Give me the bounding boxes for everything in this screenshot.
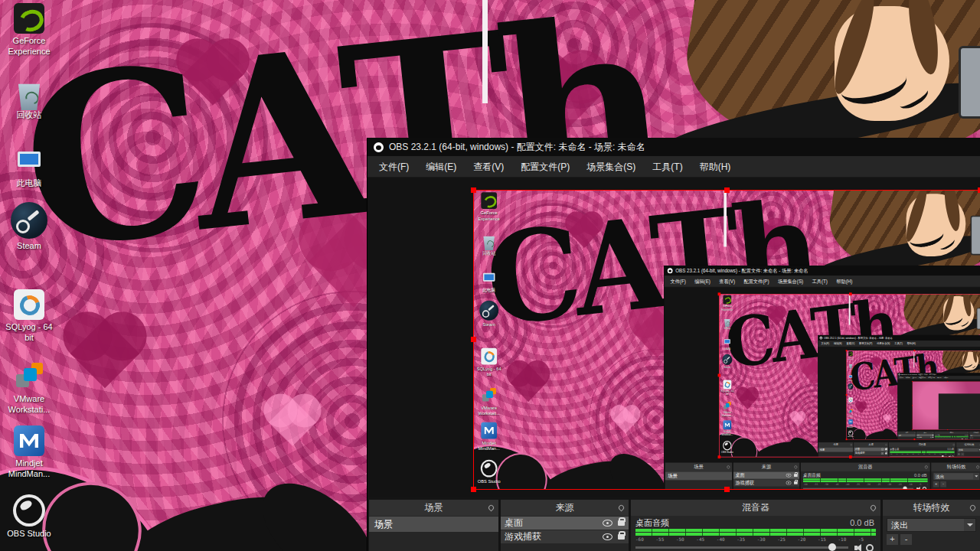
source-row-desktop[interactable]: 桌面	[501, 517, 629, 530]
desktop-icon-this-pc[interactable]: 此电脑	[3, 145, 55, 189]
source-row-desktop[interactable]: 桌面	[733, 471, 800, 478]
scenes-dock-header[interactable]: 场景	[665, 462, 733, 471]
desktop-icon-steam[interactable]: Steam	[475, 301, 502, 328]
desktop-icon-mindmanager[interactable]: Mindjet MindMan...	[3, 425, 55, 480]
scene-list-item[interactable]: 场景	[898, 434, 916, 436]
menu-view[interactable]: 查看(V)	[465, 156, 512, 178]
visibility-icon[interactable]	[881, 448, 884, 451]
source-row-game-capture[interactable]: 游戏捕获	[854, 452, 888, 455]
transition-select[interactable]: 淡出	[887, 518, 976, 532]
desktop-icon-this-pc[interactable]: 此电脑	[847, 374, 854, 381]
desktop-icon-mindmanager[interactable]: Mindjet MindMan...	[720, 420, 734, 436]
lock-icon[interactable]	[885, 452, 887, 454]
menu-profile[interactable]: 配置文件(P)	[512, 156, 578, 178]
desktop-icon-geforce[interactable]: GeForce Experience	[847, 351, 854, 360]
gear-icon[interactable]	[923, 487, 926, 490]
pin-icon[interactable]	[727, 465, 730, 469]
visibility-icon[interactable]	[930, 435, 932, 435]
add-transition-button[interactable]: +	[933, 481, 939, 487]
gear-icon[interactable]	[952, 455, 954, 457]
remove-transition-button[interactable]: -	[940, 481, 946, 487]
visibility-icon[interactable]	[603, 520, 612, 527]
speaker-icon[interactable]	[917, 487, 920, 490]
remove-transition-button[interactable]: -	[972, 437, 973, 439]
volume-fader[interactable]	[890, 456, 947, 457]
desktop-icon-recycle-bin[interactable]: 回收站	[720, 318, 734, 330]
pin-icon[interactable]	[488, 504, 495, 512]
desktop-icon-vmware[interactable]: VMware Workstati...	[475, 387, 502, 416]
transition-select[interactable]: 淡出	[933, 473, 980, 481]
pin-icon[interactable]	[870, 504, 877, 512]
menu-edit[interactable]: 编辑(E)	[831, 341, 844, 347]
desktop-icon-geforce[interactable]: GeForce Experience	[475, 192, 502, 221]
display-capture-source[interactable]	[913, 381, 980, 429]
pin-icon[interactable]	[914, 432, 915, 434]
pin-icon[interactable]	[952, 444, 955, 446]
selection-handle[interactable]	[846, 394, 848, 396]
lock-icon[interactable]	[885, 448, 887, 450]
lock-icon[interactable]	[933, 437, 933, 438]
selection-handle[interactable]	[718, 374, 721, 377]
visibility-icon[interactable]	[786, 474, 792, 478]
selection-handle[interactable]	[947, 429, 948, 430]
chevron-down-icon[interactable]	[973, 473, 979, 480]
selection-handle[interactable]	[947, 381, 948, 382]
menu-help[interactable]: 帮助(H)	[832, 276, 857, 287]
desktop-icon-recycle-bin[interactable]: 回收站	[475, 235, 502, 256]
selection-handle[interactable]	[724, 487, 730, 492]
menu-help[interactable]: 帮助(H)	[691, 156, 740, 178]
desktop-icon-sqlyog[interactable]: SQLyog - 64 bit	[720, 380, 734, 396]
visibility-icon[interactable]	[930, 437, 932, 438]
transitions-dock-header[interactable]: 转场特效	[931, 462, 980, 471]
visibility-icon[interactable]	[603, 533, 612, 540]
menu-profile[interactable]: 配置文件(P)	[857, 341, 874, 347]
display-capture-source[interactable]: CATh GeForce Experience	[719, 294, 980, 457]
remove-transition-button[interactable]: -	[961, 452, 964, 455]
obs-titlebar[interactable]: OBS 23.2.1 (64-bit, windows) - 配置文件: 未命名…	[665, 266, 980, 276]
mixer-dock-header[interactable]: 混音器	[801, 462, 930, 471]
mixer-dock-header[interactable]: 混音器	[631, 500, 880, 516]
selection-handle[interactable]	[718, 292, 721, 295]
menu-profile[interactable]: 配置文件(P)	[740, 276, 774, 287]
desktop-icon-obs-studio[interactable]: OBS Studio	[847, 431, 854, 438]
menu-tools[interactable]: 工具(T)	[808, 276, 832, 287]
desktop-icon-this-pc[interactable]: 此电脑	[475, 269, 502, 293]
sources-dock-header[interactable]: 来源	[501, 500, 629, 516]
menu-scene-collection[interactable]: 场景集合(S)	[578, 156, 644, 178]
lock-icon[interactable]	[618, 534, 625, 540]
menu-tools[interactable]: 工具(T)	[892, 341, 904, 347]
selection-handle[interactable]	[846, 350, 848, 351]
menu-scene-collection[interactable]: 场景集合(S)	[874, 341, 892, 347]
sources-dock-header[interactable]: 来源	[733, 462, 800, 471]
desktop-icon-obs-studio[interactable]: OBS Studio	[475, 460, 502, 484]
pin-icon[interactable]	[924, 465, 928, 469]
display-capture-source[interactable]: CATh GeForce Experience	[473, 190, 980, 490]
pin-icon[interactable]	[885, 444, 887, 446]
lock-icon[interactable]	[618, 520, 625, 526]
menu-file[interactable]: 文件(F)	[819, 341, 831, 347]
selection-handle[interactable]	[718, 455, 721, 458]
selection-handle[interactable]	[471, 187, 476, 193]
desktop-icon-mindmanager[interactable]: Mindjet MindMan...	[847, 419, 854, 428]
selection-handle[interactable]	[471, 487, 476, 492]
add-transition-button[interactable]: +	[887, 534, 898, 545]
menu-scene-collection[interactable]: 场景集合(S)	[773, 276, 808, 287]
desktop-icon-sqlyog[interactable]: SQLyog - 64 bit	[847, 397, 854, 406]
desktop-icon-obs-studio[interactable]: OBS Studio	[3, 494, 55, 540]
lock-icon[interactable]	[933, 435, 933, 435]
fader-knob[interactable]	[828, 543, 836, 551]
desktop-icon-sqlyog[interactable]: SQLyog - 64 bit	[475, 348, 502, 377]
fader-knob[interactable]	[962, 439, 962, 439]
fader-knob[interactable]	[942, 455, 944, 457]
gear-icon[interactable]	[967, 439, 968, 439]
selection-handle[interactable]	[846, 439, 848, 440]
lock-icon[interactable]	[794, 474, 798, 477]
desktop-icon-sqlyog[interactable]: SQLyog - 64 bit	[3, 289, 55, 344]
desktop-icon-vmware[interactable]: VMware Workstati...	[847, 409, 854, 418]
pin-icon[interactable]	[933, 432, 933, 434]
add-transition-button[interactable]: +	[957, 452, 960, 455]
volume-fader[interactable]	[803, 488, 913, 490]
desktop-icon-steam[interactable]: Steam	[847, 383, 854, 391]
selection-handle[interactable]	[913, 439, 915, 440]
desktop-icon-mindmanager[interactable]: Mindjet MindMan...	[475, 422, 502, 452]
